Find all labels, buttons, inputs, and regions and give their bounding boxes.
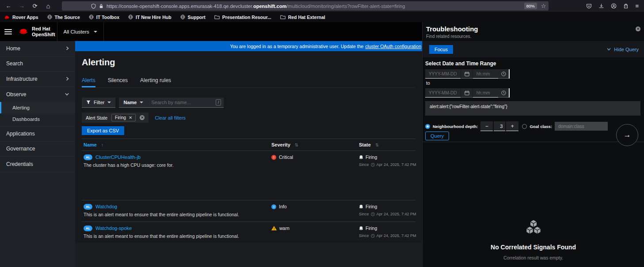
pocket-icon[interactable] xyxy=(586,3,592,9)
zoom-level-badge[interactable]: 80% xyxy=(524,3,537,9)
sidebar-item-applications[interactable]: Applications xyxy=(0,126,75,142)
clock-icon[interactable] xyxy=(498,88,509,98)
tab-silences[interactable]: Silences xyxy=(108,74,128,87)
sidebar-item-infrastructure[interactable]: Infrastructure xyxy=(0,71,75,87)
chip-firing[interactable]: Firing✕ xyxy=(111,114,136,121)
redhat-logo-icon xyxy=(18,28,29,35)
alert-row: AL ClusterCPUHealth-jb The cluster has a… xyxy=(82,151,415,172)
depth-value[interactable]: 3 xyxy=(494,121,505,131)
goal-class-radio[interactable] xyxy=(522,124,527,129)
severity-icon: ! xyxy=(271,226,277,231)
reload-icon[interactable]: ⟳ xyxy=(32,3,38,9)
alert-name-link[interactable]: Watchdog-spoke xyxy=(95,226,132,231)
alert-description: This is an alert meant to ensure that th… xyxy=(84,233,271,239)
to-time-input[interactable] xyxy=(473,90,498,95)
state-label: Firing xyxy=(366,204,377,209)
back-icon[interactable]: ← xyxy=(5,3,11,9)
panel-subtitle: Find related resources. xyxy=(426,34,637,39)
depth-plus-button[interactable]: + xyxy=(506,121,518,131)
bookmark-item[interactable]: Red Hat External xyxy=(280,15,325,20)
export-csv-button[interactable]: Export as CSV xyxy=(82,126,124,135)
alert-name-link[interactable]: ClusterCPUHealth-jb xyxy=(95,154,141,160)
sidebar-item-home[interactable]: Home xyxy=(0,41,75,56)
forward-icon[interactable]: → xyxy=(19,3,25,9)
to-date-input[interactable] xyxy=(425,90,461,95)
troubleshooting-panel: Troubleshooting Find related resources. … xyxy=(422,22,644,267)
depth-minus-button[interactable]: − xyxy=(480,121,493,131)
shield-icon[interactable] xyxy=(91,4,96,9)
filter-dropdown[interactable]: Filter xyxy=(82,98,115,108)
from-time-input[interactable] xyxy=(473,71,498,76)
column-name[interactable]: Name↑ xyxy=(82,142,271,147)
menu-icon[interactable]: ≡ xyxy=(635,3,639,9)
search-box[interactable]: / xyxy=(148,98,224,108)
sidebar-item-observe[interactable]: Observe xyxy=(0,87,75,102)
state-label: Firing xyxy=(366,154,377,160)
tab-alerting-rules[interactable]: Alerting rules xyxy=(140,74,171,87)
datetime-heading: Select Date and Time Range xyxy=(425,60,640,67)
home-icon[interactable]: ⌂ xyxy=(45,2,51,10)
calendar-icon[interactable] xyxy=(461,69,473,79)
focus-button[interactable]: Focus xyxy=(429,45,453,54)
shortcut-key: / xyxy=(216,99,221,105)
hide-query-toggle[interactable]: Hide Query xyxy=(607,47,639,52)
sidebar-item-alerting[interactable]: Alerting xyxy=(0,102,75,113)
cluster-selector-dropdown[interactable]: All Clusters xyxy=(57,22,104,41)
folder-icon xyxy=(214,15,220,19)
from-date-input[interactable] xyxy=(425,71,461,76)
lock-icon[interactable] xyxy=(99,4,103,9)
sidebar-item-governance[interactable]: Governance xyxy=(0,142,75,157)
submit-arrow-button[interactable]: → xyxy=(616,124,638,146)
state-label: Firing xyxy=(366,226,377,231)
sort-icon: ⇅ xyxy=(375,143,379,147)
bell-icon xyxy=(359,226,363,231)
since-line: Since Apr 24, 2025, 7:42 PM xyxy=(359,162,416,167)
empty-state-subtitle: Correlation result was empty. xyxy=(423,255,644,260)
account-icon[interactable] xyxy=(611,3,617,9)
bookmark-item[interactable]: The Source xyxy=(47,15,80,20)
column-state[interactable]: State⇅ xyxy=(359,142,415,147)
bookmark-star-icon[interactable]: ☆ xyxy=(541,3,546,9)
clear-all-filters-link[interactable]: Clear all filters xyxy=(155,115,186,120)
goal-class-input[interactable] xyxy=(555,122,608,131)
bookmark-item[interactable]: Rover Apps xyxy=(4,15,38,20)
query-text-box[interactable]: alert:alert:{"rowFilter-alert-state":"fi… xyxy=(425,101,640,116)
bookmark-item[interactable]: Presentation Resour... xyxy=(214,15,271,20)
bookmark-item[interactable]: Support xyxy=(180,15,206,20)
rover-icon xyxy=(4,15,10,19)
sidebar-item-credentials[interactable]: Credentials xyxy=(0,157,75,172)
url-text: https://console-openshift-console.apps.e… xyxy=(107,4,524,9)
bookmark-item[interactable]: IT Toolbox xyxy=(89,15,119,20)
tabs: Alerts Silences Alerting rules xyxy=(82,74,415,88)
globe-icon xyxy=(128,15,133,19)
datetime-from-group xyxy=(425,69,510,79)
alert-row: AL Watchdog This is an alert meant to en… xyxy=(82,200,415,222)
bookmark-item[interactable]: IT New Hire Hub xyxy=(128,15,171,20)
sidebar-item-dashboards[interactable]: Dashboards xyxy=(0,113,75,125)
browser-toolbar: ← → ⟳ ⌂ https://console-openshift-consol… xyxy=(0,0,644,12)
clear-chip-group-icon[interactable]: ✕ xyxy=(140,115,145,120)
clock-icon xyxy=(371,212,375,216)
sidebar-item-search[interactable]: Search xyxy=(0,56,75,72)
oauth-config-link[interactable]: cluster OAuth configuration xyxy=(365,44,421,49)
sidebar-nav: HomeSearchInfrastructureObserveAlertingD… xyxy=(0,41,75,267)
clock-icon xyxy=(371,163,375,167)
severity-label: Info xyxy=(279,204,287,209)
close-panel-icon[interactable]: ✕ xyxy=(636,26,640,31)
alert-description: This is an alert meant to ensure that th… xyxy=(84,212,271,218)
query-button[interactable]: Query xyxy=(425,132,449,140)
nav-toggle-icon[interactable] xyxy=(4,29,12,34)
search-input[interactable] xyxy=(151,100,215,105)
chip-remove-icon[interactable]: ✕ xyxy=(129,115,132,120)
neighbourhood-depth-radio[interactable] xyxy=(425,124,430,129)
calendar-icon[interactable] xyxy=(461,88,473,98)
tab-alerts[interactable]: Alerts xyxy=(82,74,95,87)
download-icon[interactable] xyxy=(598,3,604,9)
name-dropdown[interactable]: Name xyxy=(119,98,148,108)
extension-icon[interactable] xyxy=(623,3,629,9)
clock-icon[interactable] xyxy=(498,69,509,79)
alert-name-link[interactable]: Watchdog xyxy=(95,204,117,209)
url-bar[interactable]: https://console-openshift-console.apps.e… xyxy=(62,1,549,11)
column-severity[interactable]: Severity⇅ xyxy=(271,142,359,147)
sort-icon: ⇅ xyxy=(295,143,298,147)
